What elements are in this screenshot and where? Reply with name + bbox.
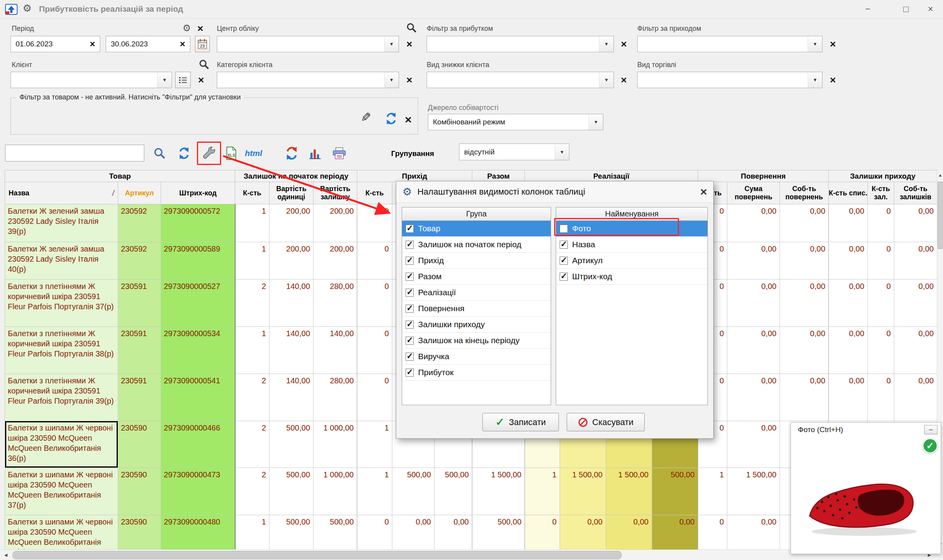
article-cell[interactable]: 230590 [118, 515, 161, 550]
value-cell[interactable]: 0,00 [392, 515, 434, 550]
value-cell[interactable]: 0,00 [727, 421, 780, 468]
value-cell[interactable]: 1 000,00 [314, 421, 357, 468]
article-cell[interactable]: 230591 [118, 280, 161, 327]
value-cell[interactable]: 500,00 [434, 468, 472, 515]
checkbox-checked[interactable] [560, 257, 568, 265]
value-cell[interactable]: 2 [235, 374, 269, 421]
value-cell[interactable]: 500,00 [269, 421, 314, 468]
value-cell[interactable]: 0,00 [829, 204, 868, 242]
search-input[interactable] [5, 145, 144, 161]
value-cell[interactable]: 0,00 [780, 327, 829, 374]
accounting-center-select[interactable]: ▼ [217, 36, 399, 52]
value-cell[interactable]: 0,00 [727, 374, 780, 421]
dialog-group-item[interactable]: Повернення [402, 301, 551, 317]
chevron-down-icon[interactable]: ▼ [599, 72, 613, 88]
value-cell[interactable]: 500,00 [472, 515, 525, 550]
chevron-down-icon[interactable]: ▼ [588, 114, 603, 130]
dialog-group-item[interactable]: Залишок на початок період [402, 237, 551, 253]
product-name-cell[interactable]: Балетки з шипами Ж червоні шкіра 230590 … [5, 421, 118, 468]
checkbox-checked[interactable] [406, 273, 414, 281]
value-cell[interactable]: 0 [868, 327, 894, 374]
value-cell[interactable]: 1 500,00 [560, 468, 606, 515]
value-cell[interactable]: 0,00 [894, 204, 937, 242]
dialog-group-item[interactable]: Товар [402, 221, 551, 237]
barcode-cell[interactable]: 2973090000473 [161, 468, 235, 515]
group-header-5[interactable]: Повернення [698, 170, 829, 182]
column-header-4[interactable]: Вартість одиниці [269, 182, 314, 204]
minimize-button[interactable]: − [856, 0, 879, 18]
column-header-0[interactable]: Назва/ [5, 182, 118, 204]
dialog-group-item[interactable]: Виручка [402, 349, 551, 365]
value-cell[interactable]: 1 [525, 468, 560, 515]
dialog-group-item[interactable]: Разом [402, 269, 551, 285]
article-cell[interactable]: 230590 [118, 421, 161, 468]
refresh-filter-icon[interactable] [384, 112, 398, 126]
value-cell[interactable]: 1 [357, 421, 392, 468]
product-name-cell[interactable]: Балетки з шипами Ж червоні шкіра 230590 … [5, 468, 118, 515]
checkbox-checked[interactable] [406, 321, 414, 329]
sort-slash-icon[interactable]: / [112, 188, 114, 198]
value-cell[interactable]: 0,00 [829, 280, 868, 327]
value-cell[interactable]: 0 [357, 515, 392, 550]
client-select[interactable]: ▼ [11, 72, 172, 88]
horizontal-scroll-thumb[interactable] [12, 551, 622, 559]
period-from-field[interactable]: 01.06.2023 × [11, 36, 100, 52]
chevron-down-icon[interactable]: ▼ [555, 144, 569, 160]
value-cell[interactable]: 1 [698, 468, 727, 515]
value-cell[interactable]: 0,00 [652, 515, 698, 550]
barcode-cell[interactable]: 2973090000541 [161, 374, 235, 421]
period-to-field[interactable]: 30.06.2023 × [106, 36, 190, 52]
value-cell[interactable]: 140,00 [269, 374, 314, 421]
dialog-name-item[interactable]: Артикул [556, 253, 707, 269]
group-header-0[interactable]: Товар [5, 170, 235, 182]
checkbox-checked[interactable] [406, 289, 414, 297]
client-clear-icon[interactable]: × [198, 75, 204, 85]
profit-clear-icon[interactable]: × [621, 39, 627, 49]
value-cell[interactable]: 200,00 [269, 242, 314, 280]
dialog-close-icon[interactable]: × [700, 185, 707, 198]
group-header-6[interactable]: Залишки приходу [829, 170, 937, 182]
dialog-group-item[interactable]: Залишки приходу [402, 317, 551, 333]
client-search-icon[interactable] [198, 58, 210, 70]
value-cell[interactable]: 0 [868, 242, 894, 280]
cost-source-select[interactable]: Комбінований режим ▼ [428, 114, 603, 130]
value-cell[interactable]: 0,00 [894, 327, 937, 374]
export-xls-button[interactable]: XLS [223, 144, 240, 162]
value-cell[interactable]: 140,00 [269, 280, 314, 327]
article-cell[interactable]: 230591 [118, 374, 161, 421]
search-button[interactable] [151, 144, 168, 162]
value-cell[interactable]: 0,00 [894, 280, 937, 327]
value-cell[interactable]: 0,00 [780, 242, 829, 280]
column-header-5[interactable]: Вартість залишку [314, 182, 357, 204]
article-cell[interactable]: 230592 [118, 204, 161, 242]
value-cell[interactable]: 0,00 [780, 374, 829, 421]
value-cell[interactable]: 1 500,00 [606, 468, 652, 515]
value-cell[interactable]: 2 [235, 421, 269, 468]
value-cell[interactable]: 500,00 [314, 515, 357, 550]
trade-clear-icon[interactable]: × [830, 75, 836, 85]
checkbox-checked[interactable] [406, 369, 414, 377]
group-header-4[interactable]: Реалізації [525, 170, 698, 182]
value-cell[interactable]: 1 [357, 468, 392, 515]
value-cell[interactable]: 0 [525, 515, 560, 550]
value-cell[interactable]: 0 [868, 280, 894, 327]
group-header-3[interactable]: Разом [472, 170, 525, 182]
income-clear-icon[interactable]: × [830, 39, 836, 49]
value-cell[interactable]: 0 [868, 374, 894, 421]
client-list-button[interactable] [175, 72, 191, 88]
grouping-select[interactable]: відсутній ▼ [459, 144, 569, 160]
checkbox-checked[interactable] [406, 225, 414, 233]
cancel-button[interactable]: Скасувати [567, 413, 645, 431]
trade-type-select[interactable]: ▼ [637, 72, 822, 88]
edit-filter-icon[interactable]: ✎ [361, 110, 371, 125]
calendar-button[interactable]: 23 [195, 36, 210, 52]
product-name-cell[interactable]: Балетки з плетіннями Ж коричневий шкіра … [5, 280, 118, 327]
value-cell[interactable]: 1 000,00 [314, 468, 357, 515]
product-name-cell[interactable]: Балетки з плетіннями Ж коричневий шкіра … [5, 374, 118, 421]
value-cell[interactable]: 0 [357, 327, 392, 374]
value-cell[interactable]: 140,00 [269, 327, 314, 374]
profit-filter-select[interactable]: ▼ [427, 36, 614, 52]
value-cell[interactable]: 0,00 [727, 242, 780, 280]
column-header-1[interactable]: Артикул [118, 182, 161, 204]
value-cell[interactable]: 1 [235, 242, 269, 280]
